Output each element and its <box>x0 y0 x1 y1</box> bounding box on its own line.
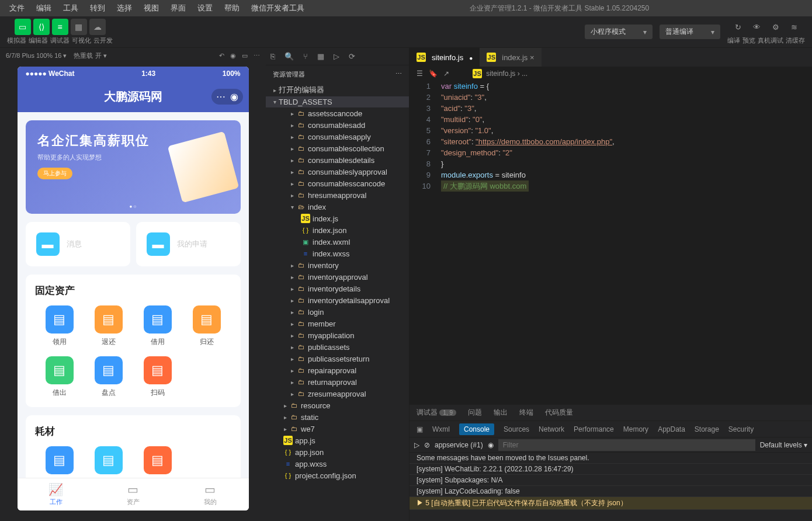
devtools-subtab[interactable]: AppData <box>658 425 685 433</box>
context-select[interactable]: appservice (#1) <box>435 441 483 449</box>
card[interactable]: ▬我的申请 <box>136 222 241 266</box>
tab-item[interactable]: ▭我的 <box>172 478 249 510</box>
file[interactable]: ≡index.wxss <box>266 248 409 259</box>
folder[interactable]: ▸🗀login <box>266 306 409 318</box>
devtools-subtab[interactable]: Memory <box>623 425 648 433</box>
folder[interactable]: ▸🗀inventorydetails <box>266 283 409 294</box>
devtools-subtab[interactable]: Storage <box>695 425 719 433</box>
menu-item[interactable]: 转到 <box>85 1 110 15</box>
editor-tab[interactable]: JSindex.js × <box>480 48 541 67</box>
mode-select[interactable]: 小程序模式 <box>585 25 653 39</box>
tab-item[interactable]: 📈工作 <box>18 478 95 510</box>
folder[interactable]: ▸🗀publicassets <box>266 341 409 353</box>
devtools-subtab[interactable]: Network <box>539 425 564 433</box>
menu-item[interactable]: 界面 <box>166 1 190 15</box>
reload-toggle[interactable]: 热重载 开 ▾ <box>74 51 106 60</box>
remote-icon[interactable]: ⚙ <box>768 19 784 35</box>
clear-icon[interactable]: ⊘ <box>424 441 430 449</box>
bookmark-icon[interactable]: 🔖 <box>429 70 438 78</box>
more-icon[interactable]: ⋯ <box>254 52 260 60</box>
editor-btn[interactable]: ⟨⟩ <box>33 19 50 35</box>
grid-item[interactable]: ▤借用 <box>133 305 182 347</box>
folder[interactable]: ▸🗀consumableslyapproval <box>266 166 409 178</box>
file[interactable]: ≡app.wxss <box>266 458 409 470</box>
menu-item[interactable]: 文件 <box>5 1 29 15</box>
file[interactable]: ▣index.wxml <box>266 236 409 248</box>
folder[interactable]: ▸🗀consumablesdetails <box>266 154 409 166</box>
file[interactable]: JSapp.js <box>266 435 409 446</box>
menu-item[interactable]: 帮助 <box>220 1 244 15</box>
file[interactable]: JSindex.js <box>266 213 409 224</box>
preview-icon[interactable]: 👁 <box>749 19 765 35</box>
eye-icon[interactable]: ◉ <box>488 441 494 449</box>
stop-icon[interactable]: ▷ <box>414 441 419 449</box>
devtools-tab[interactable]: 调试器 1, 9 <box>417 408 456 418</box>
phone-icon[interactable]: ▭ <box>242 52 248 60</box>
folder[interactable]: ▸🗀consumablesadd <box>266 119 409 131</box>
folder[interactable]: ▸🗀consumablesscancode <box>266 178 409 189</box>
tree-root[interactable]: ▾TBLD_ASSETS <box>266 96 409 107</box>
cloud-btn[interactable]: ☁ <box>89 19 106 35</box>
file[interactable]: { }project.config.json <box>266 470 409 481</box>
folder[interactable]: ▾🗁index <box>266 201 409 213</box>
devtools-tab[interactable]: 终端 <box>519 408 533 418</box>
device-select[interactable]: 6/7/8 Plus 100% 16 ▾ <box>6 52 67 60</box>
editor-tab[interactable]: JSsiteinfo.js <box>410 48 480 67</box>
folder[interactable]: ▸🗀consumablescollection <box>266 143 409 154</box>
folder[interactable]: ▸🗀member <box>266 318 409 329</box>
menu-item[interactable]: 编辑 <box>32 1 56 15</box>
grid-item[interactable]: ▤领用 <box>35 305 84 347</box>
devtools-tab[interactable]: 问题 <box>468 408 482 418</box>
devtools-subtab[interactable]: Sources <box>504 425 529 433</box>
tab-item[interactable]: ▭资产 <box>95 478 172 510</box>
simulator-btn[interactable]: ▭ <box>15 19 31 35</box>
menu-item[interactable]: 视图 <box>139 1 164 15</box>
menu-item[interactable]: 设置 <box>193 1 217 15</box>
folder[interactable]: ▸🗀returnapproval <box>266 376 409 388</box>
debugger-btn[interactable]: ≡ <box>52 19 68 35</box>
grid-item[interactable]: ▤盘点 <box>84 356 133 398</box>
visual-btn[interactable]: ▦ <box>71 19 87 35</box>
grid-item[interactable]: ▤借出 <box>35 356 84 398</box>
folder[interactable]: ▸🗀inventoryapproval <box>266 271 409 283</box>
arrow-icon[interactable]: ↗ <box>443 70 449 78</box>
more-icon[interactable]: ⟳ <box>349 52 355 61</box>
grid-item[interactable]: ▤扫码 <box>133 356 182 398</box>
devtools-subtab[interactable]: Performance <box>574 425 614 433</box>
grid-item[interactable]: ▤退还 <box>84 305 133 347</box>
file[interactable]: { }app.json <box>266 446 409 458</box>
extensions-icon[interactable]: ▦ <box>317 52 324 61</box>
grid-item[interactable]: ▤归还 <box>182 305 231 347</box>
cache-icon[interactable]: ≋ <box>786 19 803 35</box>
folder[interactable]: ▸🗀publicassetsreturn <box>266 353 409 364</box>
folder[interactable]: ▸🗀myapplication <box>266 329 409 341</box>
devtools-subtab[interactable]: Wxml <box>432 425 450 433</box>
devtools-tab[interactable]: 代码质量 <box>545 408 573 418</box>
folder[interactable]: ▸🗀hresumeapproval <box>266 189 409 201</box>
list-icon[interactable]: ☰ <box>417 70 423 78</box>
folder[interactable]: ▸🗀inventory <box>266 259 409 271</box>
levels-select[interactable]: Default levels ▾ <box>760 441 807 449</box>
compile-icon[interactable]: ↻ <box>730 19 747 35</box>
more-icon[interactable]: ⋯ <box>395 70 402 79</box>
folder[interactable]: ▸🗀we7 <box>266 423 409 435</box>
debug-icon[interactable]: ▷ <box>334 52 339 61</box>
filter-input[interactable] <box>498 439 755 451</box>
folder[interactable]: ▸🗀static <box>266 411 409 423</box>
devtools-subtab[interactable]: Console <box>459 423 494 435</box>
menu-item[interactable]: 微信开发者工具 <box>247 1 309 15</box>
folder[interactable]: ▸🗀zresumeapproval <box>266 388 409 400</box>
folder[interactable]: ▸🗀repairapproval <box>266 364 409 376</box>
compile-select[interactable]: 普通编译 <box>660 25 720 39</box>
git-icon[interactable]: ⑂ <box>303 52 308 61</box>
folder[interactable]: ▸🗀assetsscancode <box>266 107 409 119</box>
folder[interactable]: ▸🗀resource <box>266 400 409 411</box>
folder[interactable]: ▸🗀inventorydetailsapproval <box>266 294 409 306</box>
inspect-icon[interactable]: ▣ <box>417 425 423 433</box>
search-icon[interactable]: 🔍 <box>284 52 294 61</box>
record-icon[interactable]: ◉ <box>230 52 236 60</box>
file[interactable]: { }index.json <box>266 224 409 236</box>
menu-item[interactable]: 选择 <box>112 1 137 15</box>
card[interactable]: ▬消息 <box>26 222 130 266</box>
tree-section[interactable]: ▸打开的编辑器 <box>266 84 409 96</box>
